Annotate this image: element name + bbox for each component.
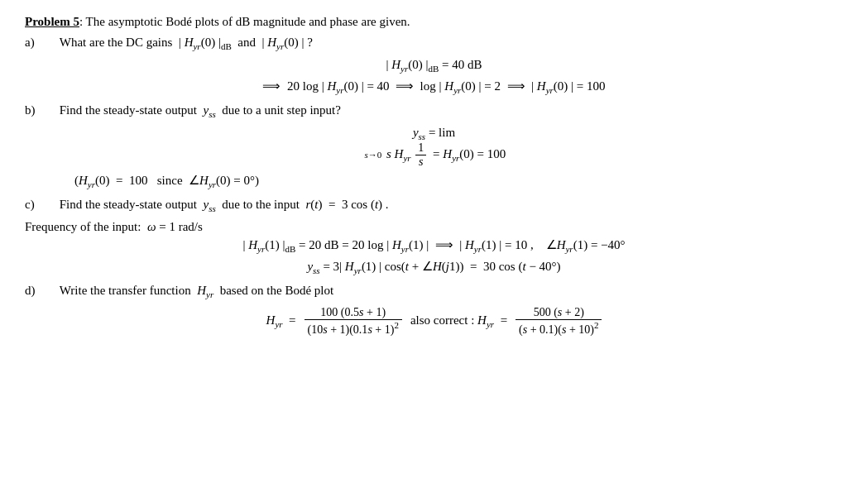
part-a: a) What are the DC gains | Hyr(0) |dB an… [25,36,843,51]
part-b-math-1: yss = lim s→0 s Hyr 1 s = Hyr(0) = 100 [25,126,843,169]
part-a-label: a) [25,36,56,50]
part-c-math-2: yss = 3| Hyr(1) | cos(t + ∠H(j1)) = 30 c… [25,259,843,275]
title-label: Problem 5 [25,15,79,28]
part-a-math-1: | Hyr(0) |dB = 40 dB [25,58,843,74]
part-c: c) Find the steady-state output yss due … [25,198,843,213]
part-b-label: b) [25,103,56,117]
problem-title: Problem 5: The asymptotic Bodé plots of … [25,15,843,29]
part-a-question: What are the DC gains | Hyr(0) |dB and |… [60,36,313,51]
part-d-also: also correct : Hyr = [410,313,507,329]
part-d-question: Write the transfer function Hyr based on… [60,284,333,299]
part-d: d) Write the transfer function Hyr based… [25,284,843,299]
part-d-math: Hyr = 100 (0.5s + 1) (10s + 1)(0.1s + 1)… [25,306,843,337]
part-b-math-2: (Hyr(0) = 100 since ∠Hyr(0) = 0°) [74,173,843,189]
part-b: b) Find the steady-state output yss due … [25,103,843,119]
part-c-question: Find the steady-state output yss due to … [60,198,389,213]
part-d-label: d) [25,284,56,298]
part-d-hyr-label: Hyr = [266,313,296,329]
part-b-question: Find the steady-state output yss due to … [60,103,341,119]
part-c-freq: Frequency of the input: ω = 1 rad/s [25,220,843,234]
part-c-label: c) [25,198,56,212]
title-text: : The asymptotic Bodé plots of dB magnit… [79,15,410,28]
part-c-math-1: | Hyr(1) |dB = 20 dB = 20 log | Hyr(1) |… [25,237,843,254]
part-a-math-2: ⟹ 20 log | Hyr(0) | = 40 ⟹ log | Hyr(0) … [25,79,843,95]
